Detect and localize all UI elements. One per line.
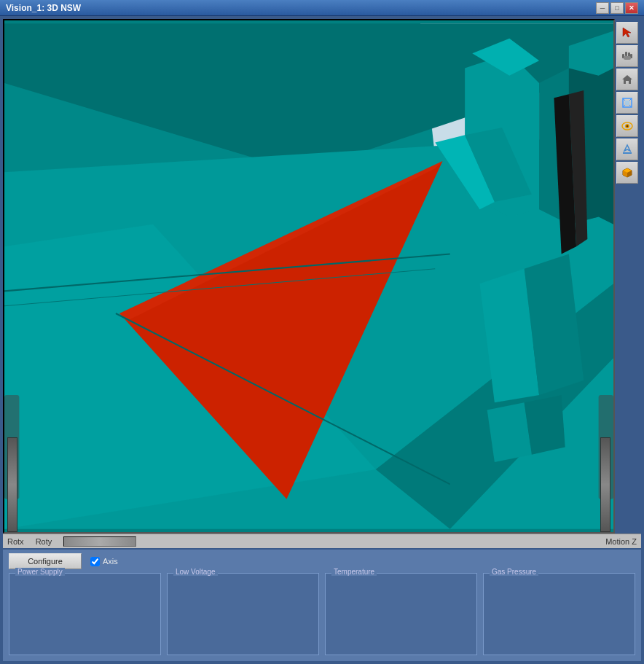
status-bar: Rotx Roty Motion Z [3, 534, 641, 548]
configure-button[interactable]: Configure [9, 553, 82, 569]
maximize-button[interactable]: □ [610, 2, 624, 14]
home-icon [621, 74, 633, 85]
zoom-fit-icon [621, 97, 633, 109]
bottom-panel: Configure Axis Power Supply Low Voltage … [3, 548, 641, 661]
rotation-slider[interactable] [63, 536, 136, 547]
svg-rect-28 [625, 52, 627, 56]
axis-label: Axis [103, 557, 118, 566]
gas-pressure-panel: Gas Pressure [483, 573, 635, 655]
power-supply-label: Power Supply [15, 568, 65, 576]
rotz-slider[interactable] [600, 437, 610, 532]
svg-rect-32 [624, 56, 631, 60]
title-bar-buttons: ─ □ ✕ [596, 2, 638, 14]
bottom-controls: Configure Axis [3, 550, 641, 573]
eye-button[interactable] [616, 115, 638, 137]
svg-rect-35 [625, 101, 629, 105]
3d-viewport[interactable] [3, 19, 615, 534]
zoom-fit-button[interactable] [616, 92, 638, 114]
window-title: Vision_1: 3D NSW [6, 3, 81, 13]
cube-icon [621, 167, 633, 179]
window-body: Rotx Roty Motion Z Configure Axis Power … [0, 16, 644, 664]
rotx-slider[interactable] [7, 437, 17, 532]
right-toolbar [615, 19, 641, 534]
title-bar: Vision_1: 3D NSW ─ □ ✕ [0, 0, 644, 16]
pan-icon [621, 50, 633, 62]
roty-label: Roty [36, 537, 52, 546]
svg-marker-16 [487, 402, 532, 462]
pick-button[interactable] [616, 138, 638, 160]
select-icon [621, 27, 633, 39]
motion-z-label: Motion Z [605, 537, 637, 546]
axis-checkbox-group: Axis [90, 557, 118, 566]
gauge-panels: Power Supply Low Voltage Temperature Gas… [3, 573, 641, 661]
svg-marker-33 [622, 75, 632, 84]
eye-icon [621, 120, 633, 132]
low-voltage-label: Low Voltage [173, 568, 218, 576]
viewport-container [3, 19, 641, 534]
cube-button[interactable] [616, 162, 638, 184]
svg-marker-27 [623, 28, 631, 37]
3d-scene-svg [4, 20, 613, 532]
power-supply-panel: Power Supply [9, 573, 161, 655]
gas-pressure-label: Gas Pressure [490, 568, 538, 576]
rotx-label: Rotx [7, 537, 24, 546]
home-button[interactable] [616, 69, 638, 90]
select-tool-button[interactable] [616, 22, 638, 44]
svg-rect-43 [623, 152, 632, 154]
pan-tool-button[interactable] [616, 45, 638, 67]
low-voltage-panel: Low Voltage [167, 573, 319, 655]
minimize-button[interactable]: ─ [596, 2, 609, 14]
close-button[interactable]: ✕ [625, 2, 638, 14]
temperature-panel: Temperature [325, 573, 477, 655]
pick-icon [621, 144, 633, 155]
axis-checkbox[interactable] [90, 557, 100, 566]
temperature-label: Temperature [331, 568, 377, 576]
svg-point-42 [627, 125, 629, 128]
svg-marker-44 [624, 145, 630, 151]
